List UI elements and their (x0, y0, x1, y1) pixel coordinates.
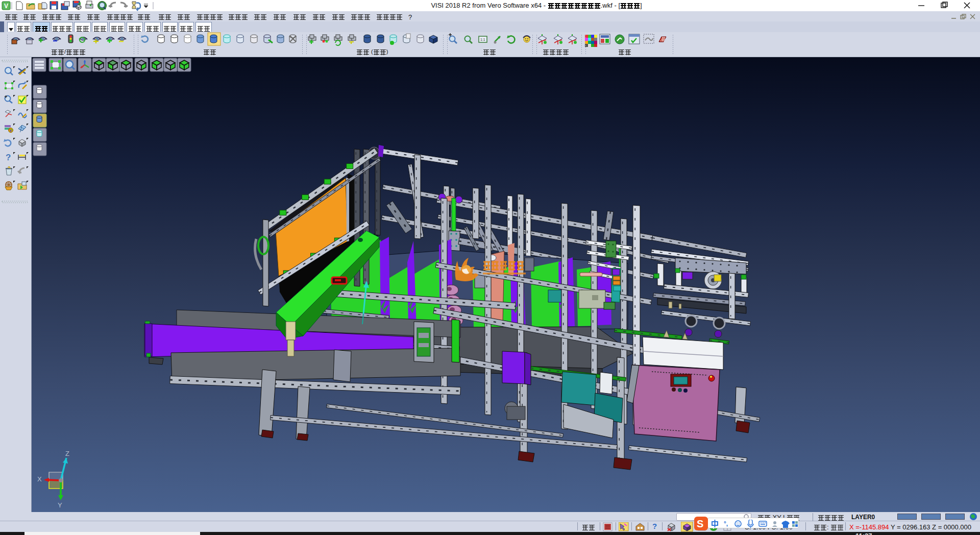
svg-text:X: X (37, 475, 42, 483)
svg-text:?: ? (6, 153, 11, 162)
svg-text:1:1: 1:1 (480, 38, 485, 41)
svg-text:S: S (697, 518, 703, 529)
svg-text:Y: Y (58, 501, 62, 509)
svg-text:°,: °, (724, 520, 728, 527)
svg-text:Z: Z (65, 450, 69, 457)
